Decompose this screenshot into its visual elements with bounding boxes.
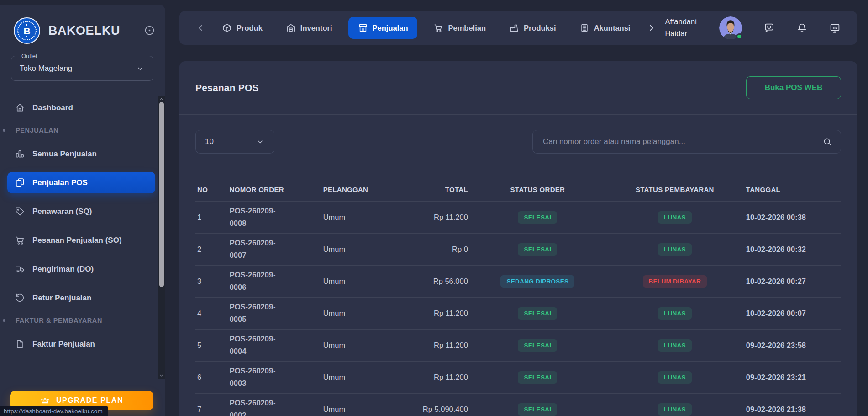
- chevron-down-icon: [136, 64, 145, 73]
- sidebar-item-pesanan-penjualan-so[interactable]: Pesanan Penjualan (SO): [7, 229, 155, 251]
- tab-akuntansi[interactable]: Akuntansi: [572, 17, 638, 39]
- column-header-no: NO: [195, 178, 228, 201]
- cell-total: Rp 5.090.400: [412, 393, 470, 416]
- cell-order-number: POS-260209-0002: [228, 393, 321, 416]
- status-order-badge: SELESAI: [518, 403, 557, 416]
- section-bullet-icon: [3, 319, 5, 322]
- column-header-pelanggan: PELANGGAN: [321, 178, 412, 201]
- cell-date: 10-02-2026 00:32: [744, 233, 841, 265]
- table-row[interactable]: 7POS-260209-0002UmumRp 5.090.400SELESAIL…: [195, 393, 841, 416]
- table-row[interactable]: 2POS-260209-0007UmumRp 0SELESAILUNAS10-0…: [195, 233, 841, 265]
- status-payment-badge: LUNAS: [658, 339, 692, 352]
- module-tabs: ProdukInventoriPenjualanPembelianProduks…: [215, 17, 637, 39]
- sidebar-item-retur-penjualan[interactable]: Retur Penjualan: [7, 287, 155, 309]
- sidebar-scrollbar[interactable]: [158, 96, 165, 379]
- tab-produk[interactable]: Produk: [215, 17, 270, 39]
- cell-status-order: SELESAI: [470, 201, 605, 233]
- cell-customer: Umum: [321, 233, 412, 265]
- sidebar-item-label: Penawaran (SQ): [32, 207, 92, 216]
- crown-icon: [40, 396, 50, 405]
- cell-no: 3: [195, 265, 228, 297]
- cell-order-number: POS-260209-0007: [228, 233, 321, 265]
- cell-customer: Umum: [321, 329, 412, 361]
- top-navbar: ProdukInventoriPenjualanPembelianProduks…: [179, 11, 857, 45]
- tab-label: Inventori: [300, 24, 332, 32]
- cell-order-number: POS-260209-0004: [228, 329, 321, 361]
- tab-produksi[interactable]: Produksi: [502, 17, 563, 39]
- scroll-up-icon[interactable]: [158, 96, 165, 102]
- sidebar-section-faktur-pembayaran: FAKTUR & PEMBAYARAN: [7, 316, 155, 325]
- quote-icon: [15, 206, 25, 217]
- sidebar-item-faktur-penjualan[interactable]: Faktur Penjualan: [7, 333, 155, 355]
- search-input[interactable]: [543, 137, 822, 146]
- copy-icon: [15, 177, 25, 188]
- status-payment-badge: LUNAS: [658, 371, 692, 384]
- search-icon[interactable]: [822, 137, 832, 147]
- section-label: PENJUALAN: [7, 127, 58, 134]
- sidebar-item-dashboard[interactable]: Dashboard: [7, 97, 155, 118]
- sidebar-item-penjualan-pos[interactable]: Penjualan POS: [7, 172, 155, 193]
- calculator-icon: [579, 23, 589, 33]
- feedback-chat-icon[interactable]: [763, 22, 775, 34]
- store-icon: [358, 23, 368, 33]
- warehouse-icon: [286, 23, 296, 33]
- tabs-scroll-right-icon[interactable]: [646, 23, 656, 33]
- status-payment-badge: BELUM DIBAYAR: [643, 275, 707, 288]
- outlet-select[interactable]: Outlet Toko Magelang: [11, 56, 153, 81]
- cell-status-order: SEDANG DIPROSES: [470, 265, 605, 297]
- cell-customer: Umum: [321, 361, 412, 393]
- outlet-label: Outlet: [18, 53, 41, 59]
- cell-date: 10-02-2026 00:38: [744, 201, 841, 233]
- tab-penjualan[interactable]: Penjualan: [348, 17, 418, 39]
- avatar[interactable]: [719, 16, 742, 39]
- table-controls: 10: [179, 115, 857, 154]
- scroll-down-icon[interactable]: [158, 373, 165, 379]
- status-order-badge: SEDANG DIPROSES: [500, 275, 574, 288]
- card-header: Pesanan POS Buka POS WEB: [179, 61, 857, 114]
- tabs-scroll-left-icon[interactable]: [196, 23, 206, 33]
- sidebar-item-pengiriman-do[interactable]: Pengiriman (DO): [7, 258, 155, 280]
- cell-status-payment: LUNAS: [605, 201, 744, 233]
- table-row[interactable]: 3POS-260209-0006UmumRp 56.000SEDANG DIPR…: [195, 265, 841, 297]
- page-size-select[interactable]: 10: [195, 130, 274, 154]
- notifications-bell-icon[interactable]: [796, 22, 808, 34]
- table-row[interactable]: 5POS-260209-0004UmumRp 11.200SELESAILUNA…: [195, 329, 841, 361]
- pos-orders-card: Pesanan POS Buka POS WEB 10 NONOMOR ORDE…: [179, 61, 857, 416]
- cell-customer: Umum: [321, 297, 412, 329]
- table-row[interactable]: 6POS-260209-0003UmumRp 11.200SELESAILUNA…: [195, 361, 841, 393]
- cell-no: 6: [195, 361, 228, 393]
- home-icon: [15, 102, 25, 113]
- logo-row: B BAKOELKU: [0, 5, 165, 44]
- display-monitor-icon[interactable]: [829, 22, 841, 34]
- brand-logo-icon: B: [14, 17, 40, 44]
- sidebar: B BAKOELKU Outlet Toko Magelang Dashboar…: [0, 5, 165, 416]
- cell-status-payment: LUNAS: [605, 297, 744, 329]
- sidebar-item-penawaran-sq[interactable]: Penawaran (SQ): [7, 201, 155, 222]
- user-name[interactable]: Affandani Haidar: [665, 16, 704, 39]
- tab-pembelian[interactable]: Pembelian: [426, 17, 493, 39]
- box-icon: [222, 23, 232, 33]
- cell-status-payment: LUNAS: [605, 233, 744, 265]
- scrollbar-thumb[interactable]: [159, 102, 164, 287]
- cell-no: 7: [195, 393, 228, 416]
- cell-total: Rp 11.200: [412, 329, 470, 361]
- cell-total: Rp 56.000: [412, 265, 470, 297]
- open-pos-web-button[interactable]: Buka POS WEB: [746, 76, 841, 99]
- tab-label: Produksi: [524, 24, 556, 32]
- sidebar-item-semua-penjualan[interactable]: Semua Penjualan: [7, 143, 155, 165]
- sidebar-item-label: Semua Penjualan: [32, 149, 97, 159]
- cell-total: Rp 0: [412, 233, 470, 265]
- column-header-tanggal: TANGGAL: [744, 178, 841, 201]
- status-order-badge: SELESAI: [518, 339, 557, 352]
- cell-customer: Umum: [321, 265, 412, 297]
- table-row[interactable]: 1POS-260209-0008UmumRp 11.200SELESAILUNA…: [195, 201, 841, 233]
- tab-inventori[interactable]: Inventori: [279, 17, 340, 39]
- cell-date: 09-02-2026 21:38: [744, 393, 841, 416]
- status-payment-badge: LUNAS: [658, 403, 692, 416]
- search-box: [532, 130, 841, 154]
- cell-status-payment: BELUM DIBAYAR: [605, 265, 744, 297]
- cell-total: Rp 11.200: [412, 361, 470, 393]
- table-row[interactable]: 4POS-260209-0005UmumRp 11.200SELESAILUNA…: [195, 297, 841, 329]
- sidebar-collapse-icon[interactable]: [144, 25, 155, 36]
- sidebar-section-penjualan: PENJUALAN: [7, 126, 155, 135]
